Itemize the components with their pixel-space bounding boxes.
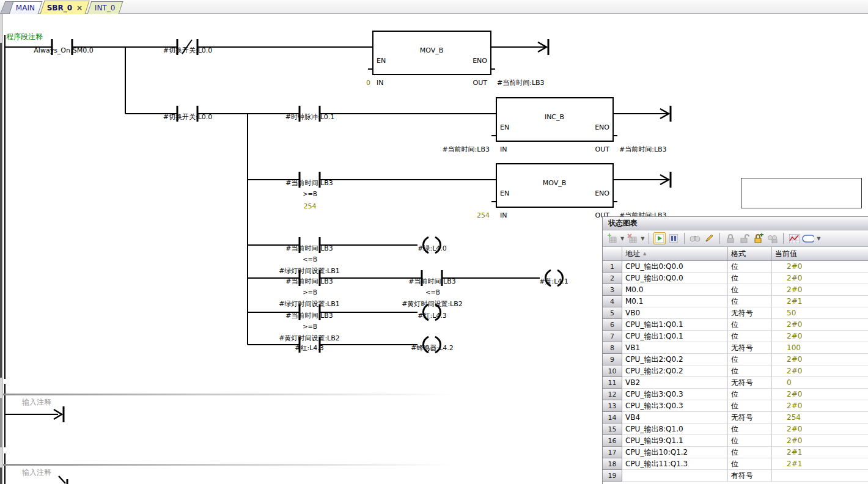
format-cell[interactable]: 无符号 bbox=[728, 307, 772, 319]
format-cell[interactable]: 位 bbox=[728, 424, 772, 435]
address-cell[interactable]: CPU_输出2:Q0.2 bbox=[622, 365, 728, 377]
row-number-cell[interactable]: 16 bbox=[603, 435, 622, 447]
value-cell[interactable]: 50 bbox=[772, 307, 868, 319]
cmp-red-bottom[interactable]: #黄灯时间设置:LB2 bbox=[279, 334, 340, 342]
address-cell[interactable]: VB4 bbox=[622, 412, 728, 424]
address-cell[interactable]: CPU_输出10:Q1.2 bbox=[622, 447, 728, 458]
coil-buzzer-operand[interactable]: #蜂鸣器:L4.2 bbox=[411, 344, 454, 352]
pause-chart-icon[interactable] bbox=[668, 232, 680, 244]
cmp3-bottom-operand[interactable]: 254 bbox=[304, 202, 317, 210]
value-cell[interactable]: 2#1 bbox=[772, 458, 868, 470]
cmp-green-bottom[interactable]: #绿灯时间设置:LB1 bbox=[279, 267, 340, 275]
address-cell[interactable]: VB1 bbox=[622, 342, 728, 354]
operand-always-on[interactable]: Always_On:SM0.0 bbox=[34, 46, 93, 54]
read-all-icon[interactable] bbox=[689, 232, 701, 244]
address-cell[interactable]: CPU_输出2:Q0.2 bbox=[622, 354, 728, 365]
row-number-cell[interactable]: 17 bbox=[603, 447, 622, 458]
tag-caret-icon[interactable]: ▼ bbox=[817, 236, 820, 241]
row-number-cell[interactable]: 15 bbox=[603, 424, 622, 435]
row-number-cell[interactable]: 11 bbox=[603, 377, 622, 389]
insert-row-caret-icon[interactable]: ▼ bbox=[620, 236, 624, 241]
row-number-cell[interactable]: 12 bbox=[603, 389, 622, 400]
trend-view-icon[interactable] bbox=[788, 232, 800, 244]
chart-status-on-icon[interactable] bbox=[653, 232, 666, 244]
tab-main[interactable]: MAIN bbox=[9, 1, 43, 14]
value-cell[interactable]: 0 bbox=[772, 377, 868, 389]
format-cell[interactable]: 位 bbox=[728, 273, 772, 284]
address-cell[interactable]: CPU_输出0:Q0.0 bbox=[622, 273, 728, 284]
tag-icon[interactable] bbox=[802, 232, 814, 244]
cmp-yellow1-top[interactable]: #当前时间:LB3 bbox=[285, 277, 333, 285]
cmp-yellow2-top[interactable]: #当前时间:LB3 bbox=[408, 277, 456, 285]
address-cell[interactable] bbox=[622, 470, 728, 482]
row-number-cell[interactable]: 9 bbox=[603, 354, 622, 365]
input-comment-placeholder-2[interactable]: 输入注释 bbox=[22, 469, 51, 477]
cmp3-top-operand[interactable]: #当前时间:LB3 bbox=[285, 179, 333, 187]
row-number-cell[interactable]: 14 bbox=[603, 412, 622, 424]
value-cell[interactable]: 2#0 bbox=[772, 284, 868, 296]
format-cell[interactable]: 位 bbox=[728, 435, 772, 447]
value-cell[interactable]: 2#0 bbox=[772, 389, 868, 400]
format-cell[interactable]: 位 bbox=[728, 354, 772, 365]
format-cell[interactable]: 位 bbox=[728, 389, 772, 400]
address-cell[interactable]: M0.0 bbox=[622, 284, 728, 296]
value-cell[interactable] bbox=[772, 470, 868, 482]
format-cell[interactable]: 位 bbox=[728, 261, 772, 273]
row-number-cell[interactable]: 7 bbox=[603, 331, 622, 342]
header-address[interactable]: 地址▲ bbox=[622, 247, 728, 260]
address-cell[interactable]: CPU_输出0:Q0.0 bbox=[622, 261, 728, 273]
value-cell[interactable]: 2#1 bbox=[772, 296, 868, 307]
box2-out-operand[interactable]: #当前时间:LB3 bbox=[619, 145, 667, 153]
cmp-red-top[interactable]: #当前时间:LB3 bbox=[285, 312, 333, 320]
address-cell[interactable]: CPU_输出1:Q0.1 bbox=[622, 331, 728, 342]
row-number-cell[interactable]: 3 bbox=[603, 284, 622, 296]
address-cell[interactable]: CPU_输出9:Q1.1 bbox=[622, 435, 728, 447]
read-forced-icon[interactable] bbox=[767, 232, 779, 244]
header-value[interactable]: 当前值 bbox=[772, 247, 868, 260]
format-cell[interactable]: 位 bbox=[728, 296, 772, 307]
value-cell[interactable]: 2#0 bbox=[772, 354, 868, 365]
value-cell[interactable]: 2#0 bbox=[772, 435, 868, 447]
row-number-cell[interactable]: 10 bbox=[603, 365, 622, 377]
box1-out-operand[interactable]: #当前时间:LB3 bbox=[497, 79, 545, 87]
address-cell[interactable]: CPU_输出3:Q0.3 bbox=[622, 389, 728, 400]
network-comment[interactable]: 程序段注释 bbox=[6, 33, 43, 41]
address-cell[interactable]: M0.1 bbox=[622, 296, 728, 307]
row-number-cell[interactable]: 4 bbox=[603, 296, 622, 307]
format-cell[interactable]: 位 bbox=[728, 365, 772, 377]
force-new-icon[interactable] bbox=[752, 232, 765, 244]
delete-row-caret-icon[interactable]: ▼ bbox=[641, 236, 644, 241]
operand-clock-pulse[interactable]: #时钟脉冲:L0.1 bbox=[285, 113, 335, 121]
coil-green-operand[interactable]: #绿:L4.0 bbox=[417, 244, 447, 252]
unforce-icon[interactable] bbox=[738, 232, 751, 244]
row-number-cell[interactable]: 2 bbox=[603, 273, 622, 284]
row-number-cell[interactable]: 1 bbox=[603, 261, 622, 273]
coil-yellow-operand[interactable]: #黄:L4.1 bbox=[539, 277, 568, 285]
value-cell[interactable]: 2#0 bbox=[772, 273, 868, 284]
format-cell[interactable]: 无符号 bbox=[728, 412, 772, 424]
insert-row-icon[interactable] bbox=[606, 232, 618, 244]
value-cell[interactable]: 2#1 bbox=[772, 447, 868, 458]
format-cell[interactable]: 位 bbox=[728, 400, 772, 412]
contact-red-operand[interactable]: #红:L4.3 bbox=[295, 344, 324, 352]
delete-row-icon[interactable] bbox=[626, 232, 638, 244]
format-cell[interactable]: 位 bbox=[728, 284, 772, 296]
format-cell[interactable]: 无符号 bbox=[728, 377, 772, 389]
value-cell[interactable]: 2#0 bbox=[772, 331, 868, 342]
row-number-cell[interactable]: 8 bbox=[603, 342, 622, 354]
format-cell[interactable]: 有符号 bbox=[728, 470, 772, 482]
operand-switch-1[interactable]: #切换开关:L0.0 bbox=[163, 46, 213, 54]
write-all-icon[interactable] bbox=[703, 232, 715, 244]
value-cell[interactable]: 254 bbox=[772, 412, 868, 424]
cmp-yellow1-bottom[interactable]: #绿灯时间设置:LB1 bbox=[279, 300, 340, 308]
box2-in-operand[interactable]: #当前时间:LB3 bbox=[442, 145, 490, 153]
row-number-cell[interactable]: 19 bbox=[603, 470, 622, 482]
value-cell[interactable]: 2#0 bbox=[772, 400, 868, 412]
cmp-green-top[interactable]: #当前时间:LB3 bbox=[285, 244, 333, 252]
row-number-cell[interactable]: 6 bbox=[603, 319, 622, 331]
address-cell[interactable]: VB2 bbox=[622, 377, 728, 389]
value-cell[interactable]: 100 bbox=[772, 342, 868, 354]
format-cell[interactable]: 无符号 bbox=[728, 342, 772, 354]
tab-int0[interactable]: INT_0 bbox=[87, 1, 123, 14]
force-icon[interactable] bbox=[724, 232, 737, 244]
